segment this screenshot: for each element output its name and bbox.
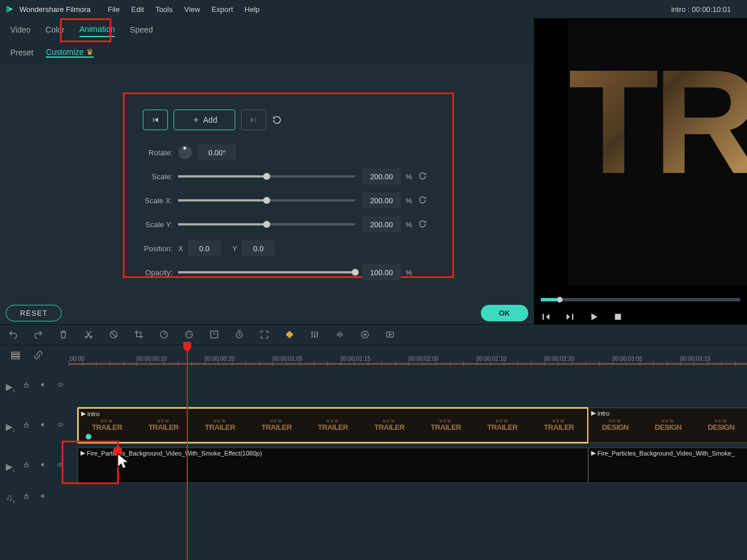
scale-slider[interactable] xyxy=(178,175,355,178)
menu-edit[interactable]: Edit xyxy=(131,5,144,14)
scale-row: Scale: 200.00 % xyxy=(143,168,445,184)
mute-icon[interactable] xyxy=(40,421,48,429)
adjust-icon[interactable] xyxy=(310,329,321,341)
clip-fire-1[interactable]: ▶Fire_Particles_Background_Video_With_Sm… xyxy=(78,448,588,483)
scalex-reset-icon[interactable] xyxy=(418,195,428,206)
scale-reset-icon[interactable] xyxy=(418,171,428,182)
svg-point-1 xyxy=(85,336,87,338)
scale-value[interactable]: 200.00 xyxy=(362,168,401,184)
add-label: Add xyxy=(203,115,218,124)
mute-icon[interactable] xyxy=(40,461,48,469)
menu-file[interactable]: File xyxy=(108,5,120,14)
titlebar: Wondershare Filmora File Edit Tools View… xyxy=(0,0,747,18)
keyframe-next-button[interactable] xyxy=(241,110,266,130)
visible-icon[interactable] xyxy=(57,461,65,469)
playhead[interactable] xyxy=(187,345,188,561)
tab-preset[interactable]: Preset xyxy=(10,48,33,57)
plus-icon xyxy=(192,116,200,124)
pos-x-value[interactable]: 0.0 xyxy=(188,240,221,256)
svg-rect-18 xyxy=(11,354,19,356)
timeline-ruler[interactable]: :00:0000:00:00:1000:00:00:2000:00:01:050… xyxy=(69,345,747,366)
clip-intro-1[interactable]: ▶intro NEWTRAILERNEWTRAILERNEWTRAILERNEW… xyxy=(78,408,588,443)
tab-video[interactable]: Video xyxy=(10,23,31,37)
scaley-label: Scale Y: xyxy=(143,220,172,229)
color-icon[interactable] xyxy=(184,329,195,341)
track-type-icon[interactable]: ▶2 xyxy=(6,421,14,429)
tab-customize[interactable]: Customize♛ xyxy=(46,47,93,58)
svg-point-10 xyxy=(214,333,215,335)
track-audio-icon[interactable]: ♫1 xyxy=(6,493,14,501)
next-frame-button[interactable] xyxy=(565,312,575,322)
preview-viewport[interactable]: TRA xyxy=(568,19,747,285)
opacity-row: Opacity: 100.00 % xyxy=(143,264,445,280)
lock-icon[interactable] xyxy=(23,421,31,429)
tab-color[interactable]: Color xyxy=(46,23,65,37)
keyframe-marker[interactable] xyxy=(86,434,91,440)
undo-icon[interactable] xyxy=(8,329,19,341)
link-icon[interactable] xyxy=(33,350,45,361)
menu-tools[interactable]: Tools xyxy=(155,5,172,14)
ok-button[interactable]: OK xyxy=(481,305,529,321)
preview-scrubber[interactable] xyxy=(541,298,740,301)
tab-animation[interactable]: Animation xyxy=(79,22,115,37)
visible-icon[interactable] xyxy=(57,421,65,429)
track-type-icon[interactable]: ▶1 xyxy=(6,461,14,469)
track-type-icon[interactable]: ▶3 xyxy=(6,381,14,389)
scalex-value[interactable]: 200.00 xyxy=(362,192,401,208)
opacity-slider[interactable] xyxy=(178,271,355,273)
rotate-dial[interactable] xyxy=(178,146,192,159)
cut-icon[interactable] xyxy=(83,329,95,341)
track-v3: ▶3 xyxy=(0,365,747,405)
timeline-tracks: ▶3 ▶2 ▶intro NEWTRAILERNEWTRAILERNEWTRAI… xyxy=(0,365,747,508)
menu-export[interactable]: Export xyxy=(211,5,233,14)
play-button[interactable] xyxy=(589,312,599,322)
duration-icon[interactable] xyxy=(234,329,246,341)
lock-icon[interactable] xyxy=(23,381,31,389)
scaley-reset-icon[interactable] xyxy=(418,219,428,229)
prev-frame-button[interactable] xyxy=(541,312,551,322)
prev-icon xyxy=(151,116,159,124)
mark-icon[interactable] xyxy=(360,329,371,341)
tracks-icon[interactable] xyxy=(10,350,22,361)
visible-icon[interactable] xyxy=(57,381,65,389)
greenscreen-icon[interactable] xyxy=(209,329,220,341)
svg-point-7 xyxy=(187,333,188,335)
svg-point-25 xyxy=(60,424,61,425)
properties-panel: Video Color Animation Speed Preset Custo… xyxy=(0,18,534,324)
tab-speed[interactable]: Speed xyxy=(130,23,152,37)
scale-label: Scale: xyxy=(143,172,172,181)
delete-icon[interactable] xyxy=(58,329,70,341)
fit-icon[interactable] xyxy=(259,329,271,341)
clip-intro-2[interactable]: ▶intro NEWDESIGNNEWDESIGNNEWDESIGN xyxy=(588,408,747,443)
lock-icon[interactable] xyxy=(23,493,31,501)
svg-rect-0 xyxy=(615,314,621,320)
keyframe-icon[interactable] xyxy=(284,329,296,341)
opacity-value[interactable]: 100.00 xyxy=(362,264,401,280)
scalex-slider[interactable] xyxy=(178,199,355,202)
redo-icon[interactable] xyxy=(33,329,45,341)
scalex-label: Scale X: xyxy=(143,196,172,205)
crop-icon[interactable] xyxy=(134,329,145,341)
mute-icon[interactable] xyxy=(40,493,48,501)
prohibit-icon[interactable] xyxy=(109,329,120,341)
keyframe-add-button[interactable]: Add xyxy=(174,110,235,130)
scaley-slider[interactable] xyxy=(178,223,355,225)
scaley-value[interactable]: 200.00 xyxy=(362,216,401,232)
pos-y-value[interactable]: 0.0 xyxy=(242,240,275,256)
svg-point-5 xyxy=(186,331,192,338)
clip-fire-2[interactable]: ▶Fire_Particles_Background_Video_With_Sm… xyxy=(588,448,747,483)
speed-icon[interactable] xyxy=(159,329,170,341)
audio-icon[interactable] xyxy=(335,329,346,341)
pos-x-label: X xyxy=(178,244,183,253)
mute-icon[interactable] xyxy=(40,381,48,389)
stop-button[interactable] xyxy=(613,312,623,322)
keyframe-sync-button[interactable] xyxy=(272,112,288,128)
lock-icon[interactable] xyxy=(23,461,31,469)
menu-help[interactable]: Help xyxy=(244,5,260,14)
menu-view[interactable]: View xyxy=(184,5,200,14)
rotate-value[interactable]: 0.00° xyxy=(198,144,236,160)
keyframe-prev-button[interactable] xyxy=(143,110,168,130)
render-icon[interactable] xyxy=(385,329,396,341)
clip-name: intro xyxy=(597,410,609,417)
reset-button[interactable]: RESET xyxy=(6,305,62,321)
